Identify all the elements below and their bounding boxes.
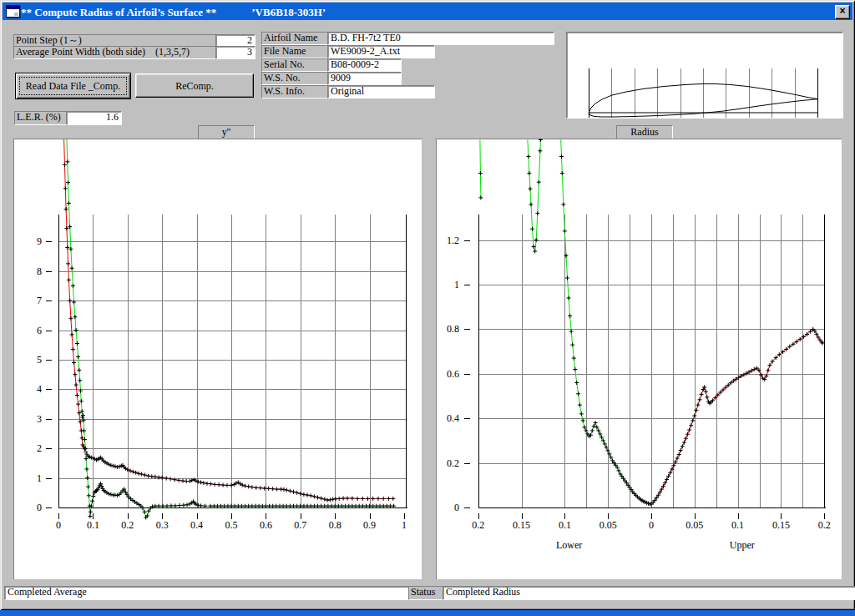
svg-text:Lower: Lower	[556, 539, 582, 551]
status-radius-textbox[interactable]: Completed Radius	[443, 586, 855, 600]
close-icon: ×	[839, 5, 845, 17]
svg-text:1: 1	[37, 472, 42, 484]
svg-text:0.2: 0.2	[818, 519, 831, 531]
svg-text:0.05: 0.05	[686, 519, 703, 531]
svg-text:0.15: 0.15	[513, 519, 530, 531]
airfoil-preview-chart	[567, 54, 842, 119]
read-data-file-button-label: Read Data File _Comp.	[16, 80, 130, 93]
svg-text:0.9: 0.9	[363, 519, 376, 531]
airfoil-name-field[interactable]: B.D. FH-7t2 TE0	[327, 32, 554, 45]
svg-text:0.4: 0.4	[447, 412, 459, 424]
svg-text:0.5: 0.5	[225, 519, 238, 531]
radius-chart-panel: 0.20.150.10.0500.050.10.150.200.20.40.60…	[436, 139, 842, 579]
svg-text:4: 4	[37, 383, 42, 395]
ler-input[interactable]: 1.6	[66, 111, 122, 125]
average-point-width-label: Average Point Width (both side) (1,3,5,7…	[13, 46, 221, 59]
svg-text:0.6: 0.6	[447, 368, 459, 380]
svg-text:0.6: 0.6	[260, 519, 272, 531]
window-title: ** Compute Radius of Airfoil’s Surface *…	[21, 6, 216, 18]
svg-text:0.15: 0.15	[772, 519, 790, 531]
window-title-code: ’VB6B18-303H’	[251, 6, 326, 18]
close-button[interactable]: ×	[835, 5, 850, 19]
svg-text:0.8: 0.8	[329, 519, 341, 531]
svg-text:0: 0	[649, 519, 654, 531]
svg-text:Upper: Upper	[730, 539, 755, 551]
ws-no-label: W.S. No.	[261, 72, 331, 85]
svg-text:0.2: 0.2	[447, 457, 459, 469]
svg-text:7: 7	[37, 295, 42, 306]
airfoil-name-label: Airfoil Name	[261, 32, 331, 45]
airfoil-preview-panel	[566, 32, 843, 119]
recomp-button[interactable]: ReComp.	[135, 73, 254, 98]
read-data-file-button[interactable]: Read Data File _Comp.	[15, 73, 131, 99]
svg-text:2: 2	[37, 442, 42, 454]
y-double-prime-chart-label: y''	[198, 125, 255, 139]
ws-info-label: W.S. Info.	[261, 85, 331, 98]
svg-text:0: 0	[37, 502, 42, 513]
svg-text:0: 0	[56, 519, 61, 531]
recomp-button-label: ReComp.	[136, 79, 253, 92]
svg-text:1: 1	[402, 519, 407, 531]
svg-text:0.3: 0.3	[156, 519, 169, 531]
average-point-width-input[interactable]: 3	[215, 46, 255, 59]
svg-text:0.2: 0.2	[121, 519, 134, 531]
svg-text:0.8: 0.8	[447, 323, 459, 335]
svg-text:1.2: 1.2	[447, 235, 459, 246]
svg-text:0.1: 0.1	[731, 519, 744, 531]
svg-text:0.7: 0.7	[294, 519, 306, 531]
desktop: ** Compute Radius of Airfoil’s Surface *…	[0, 0, 855, 616]
svg-text:0.4: 0.4	[190, 519, 203, 531]
radius-chart: 0.20.150.10.0500.050.10.150.200.20.40.60…	[436, 139, 842, 579]
y-double-prime-chart-panel: 00.10.20.30.40.50.60.70.80.910123456789	[13, 139, 422, 579]
file-name-field[interactable]: WE9009-2_A.txt	[327, 45, 435, 58]
serial-no-label: Serial No.	[261, 58, 331, 72]
svg-text:0.1: 0.1	[87, 519, 99, 531]
svg-text:0.2: 0.2	[472, 519, 484, 531]
svg-text:8: 8	[37, 265, 42, 277]
status-label: Status	[408, 586, 446, 600]
serial-no-field[interactable]: B08-0009-2	[327, 58, 402, 72]
svg-text:9: 9	[37, 235, 42, 247]
ws-info-field[interactable]: Original	[327, 85, 435, 98]
svg-text:3: 3	[37, 413, 42, 425]
form-icon[interactable]	[6, 5, 20, 18]
svg-text:5: 5	[37, 354, 42, 366]
svg-text:0: 0	[454, 502, 459, 513]
status-average-textbox[interactable]: Completed Average	[4, 586, 413, 600]
svg-text:1: 1	[454, 279, 459, 290]
title-bar[interactable]: ** Compute Radius of Airfoil’s Surface *…	[3, 3, 852, 20]
ler-label: L.E.R. (%)	[14, 111, 70, 125]
ws-no-field[interactable]: 9009	[327, 72, 402, 85]
app-window: ** Compute Radius of Airfoil’s Surface *…	[0, 0, 855, 610]
svg-text:0.1: 0.1	[559, 519, 571, 531]
y-double-prime-chart: 00.10.20.30.40.50.60.70.80.910123456789	[13, 139, 422, 579]
file-name-label: File Name	[261, 45, 331, 58]
svg-text:0.05: 0.05	[600, 519, 617, 531]
svg-text:6: 6	[37, 325, 42, 336]
radius-chart-label: Radius	[616, 125, 673, 139]
